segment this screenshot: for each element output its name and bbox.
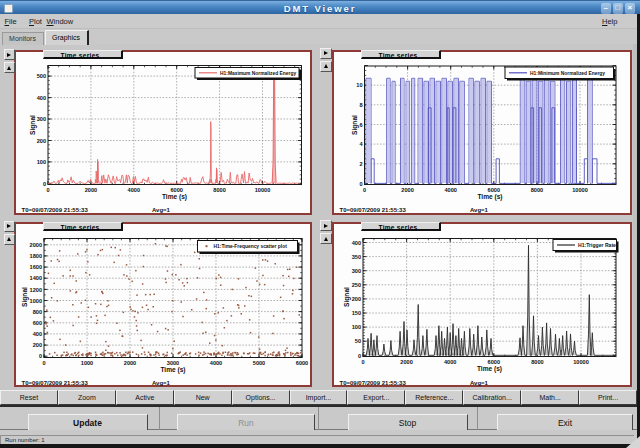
- svg-text:8000: 8000: [531, 187, 543, 193]
- svg-text:8: 8: [359, 102, 362, 108]
- svg-text:150: 150: [352, 310, 361, 316]
- svg-text:H1:Time-Frequency scatter plot: H1:Time-Frequency scatter plot: [214, 244, 288, 249]
- svg-text:4000: 4000: [444, 359, 456, 365]
- svg-text:1000: 1000: [81, 360, 93, 366]
- svg-text:Avg=1: Avg=1: [152, 207, 171, 213]
- svg-text:350: 350: [352, 254, 361, 260]
- svg-text:400: 400: [33, 331, 42, 337]
- svg-text:2000: 2000: [124, 360, 136, 366]
- svg-text:5000: 5000: [253, 360, 265, 366]
- svg-text:Avg=1: Avg=1: [470, 207, 489, 213]
- svg-text:10000: 10000: [255, 187, 271, 193]
- svg-text:4000: 4000: [128, 187, 140, 193]
- svg-text:0: 0: [359, 181, 362, 187]
- svg-text:0: 0: [363, 187, 366, 193]
- svg-text:H1:Trigger Rate: H1:Trigger Rate: [578, 242, 616, 248]
- svg-text:T0=09/07/2009 21:55:33: T0=09/07/2009 21:55:33: [22, 380, 89, 386]
- svg-text:100: 100: [37, 159, 46, 165]
- svg-text:400: 400: [352, 240, 361, 246]
- svg-text:6000: 6000: [488, 359, 500, 365]
- svg-text:1600: 1600: [30, 264, 42, 270]
- svg-text:200: 200: [352, 296, 361, 302]
- svg-text:H1:Maximum Normalized Energy: H1:Maximum Normalized Energy: [220, 71, 296, 76]
- svg-text:T0=09/07/2009 21:55:33: T0=09/07/2009 21:55:33: [22, 207, 89, 213]
- svg-text:4000: 4000: [210, 360, 222, 366]
- svg-text:100: 100: [352, 324, 361, 330]
- svg-text:2: 2: [359, 161, 362, 167]
- svg-text:Time (s): Time (s): [477, 193, 502, 201]
- svg-text:0: 0: [43, 181, 46, 187]
- svg-text:800: 800: [33, 309, 42, 315]
- svg-text:2000: 2000: [30, 242, 42, 248]
- svg-text:0: 0: [39, 353, 42, 359]
- svg-text:300: 300: [352, 268, 361, 274]
- svg-text:3000: 3000: [167, 360, 179, 366]
- svg-text:8000: 8000: [531, 359, 543, 365]
- svg-text:1400: 1400: [30, 275, 42, 281]
- svg-text:Avg=1: Avg=1: [470, 380, 489, 386]
- svg-text:6000: 6000: [488, 187, 500, 193]
- svg-text:10000: 10000: [573, 359, 589, 365]
- svg-text:400: 400: [37, 95, 46, 101]
- svg-text:T0=09/07/2009 21:55:33: T0=09/07/2009 21:55:33: [340, 207, 407, 213]
- svg-text:2000: 2000: [400, 359, 412, 365]
- svg-text:200: 200: [33, 342, 42, 348]
- svg-text:T0=09/07/2009 21:55:33: T0=09/07/2009 21:55:33: [340, 380, 407, 386]
- svg-text:1000: 1000: [30, 298, 42, 304]
- svg-text:8000: 8000: [213, 187, 225, 193]
- svg-text:200: 200: [37, 138, 46, 144]
- svg-text:50: 50: [355, 338, 361, 344]
- svg-text:6000: 6000: [296, 360, 308, 366]
- svg-text:4: 4: [359, 141, 363, 147]
- svg-text:0: 0: [46, 187, 49, 193]
- svg-text:Avg=1: Avg=1: [152, 380, 171, 386]
- svg-text:2000: 2000: [85, 187, 97, 193]
- svg-text:0: 0: [358, 353, 361, 359]
- svg-text:250: 250: [352, 282, 361, 288]
- svg-text:1800: 1800: [30, 253, 42, 259]
- svg-text:Time (s): Time (s): [162, 193, 187, 201]
- svg-text:6000: 6000: [170, 187, 182, 193]
- svg-text:10: 10: [356, 82, 362, 88]
- svg-text:H1:Minimum Normalized Energy: H1:Minimum Normalized Energy: [530, 71, 605, 76]
- svg-text:0: 0: [361, 359, 364, 365]
- svg-text:1200: 1200: [30, 287, 42, 293]
- svg-text:500: 500: [37, 73, 46, 79]
- svg-text:4000: 4000: [444, 187, 456, 193]
- svg-text:10000: 10000: [572, 187, 588, 193]
- svg-text:2000: 2000: [401, 187, 413, 193]
- svg-text:6: 6: [359, 122, 362, 128]
- svg-text:300: 300: [37, 116, 46, 122]
- svg-text:Signal: Signal: [343, 287, 351, 307]
- svg-text:Signal: Signal: [351, 115, 359, 135]
- svg-text:Time (s): Time (s): [160, 366, 185, 374]
- svg-text:600: 600: [33, 320, 42, 326]
- svg-text:Signal: Signal: [29, 115, 37, 135]
- svg-text:0: 0: [42, 360, 45, 366]
- svg-text:Signal: Signal: [21, 287, 29, 307]
- svg-text:Time (s): Time (s): [477, 365, 502, 373]
